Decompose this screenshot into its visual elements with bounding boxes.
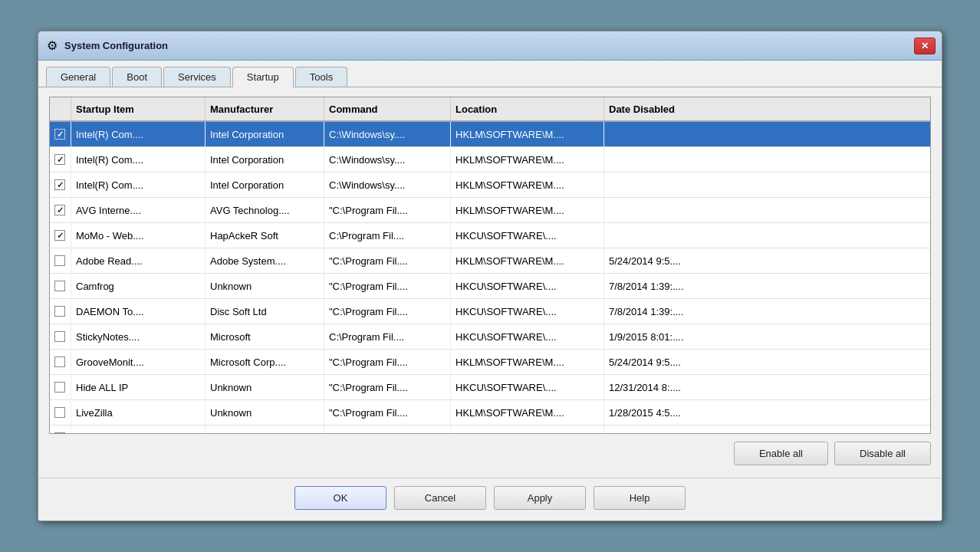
manufacturer-cell: Yahoo! Inc.	[206, 426, 324, 433]
app-icon: ⚙	[44, 38, 60, 54]
startup-table: Startup Item Manufacturer Command Locati…	[49, 97, 931, 434]
location-cell: HKCU\SOFTWARE\....	[451, 324, 604, 349]
manufacturer-cell: Unknown	[206, 375, 324, 399]
row-checkbox[interactable]	[54, 230, 65, 241]
table-row[interactable]: AVG Interne....AVG Technolog...."C:\Prog…	[50, 198, 930, 223]
row-checkbox[interactable]	[54, 407, 65, 418]
startup-item-cell: Intel(R) Com....	[71, 172, 206, 197]
command-cell: "C:\Program Fil....	[324, 299, 451, 324]
manufacturer-cell: Unknown	[206, 400, 324, 425]
tab-general[interactable]: General	[46, 67, 110, 87]
help-button[interactable]: Help	[594, 486, 686, 510]
date-cell: 12/31/2014 8:....	[604, 426, 930, 433]
col-manufacturer: Manufacturer	[206, 97, 324, 120]
manufacturer-cell: Disc Soft Ltd	[206, 299, 324, 324]
table-row[interactable]: Intel(R) Com....Intel CorporationC:\Wind…	[50, 172, 930, 198]
date-cell: 5/24/2014 9:5....	[604, 248, 930, 273]
command-cell: "C:\Program Fil....	[324, 248, 451, 273]
col-date-disabled: Date Disabled	[604, 97, 930, 120]
startup-item-cell: GrooveMonit....	[71, 350, 206, 374]
manufacturer-cell: Unknown	[206, 274, 324, 298]
table-header: Startup Item Manufacturer Command Locati…	[50, 97, 930, 122]
row-checkbox[interactable]	[54, 356, 65, 367]
cancel-button[interactable]: Cancel	[394, 486, 486, 510]
table-row[interactable]: Intel(R) Com....Intel CorporationC:\Wind…	[50, 122, 930, 147]
command-cell: C:\Windows\sy....	[324, 122, 451, 146]
row-checkbox[interactable]	[54, 382, 65, 393]
manufacturer-cell: AVG Technolog....	[206, 198, 324, 222]
window-title: System Configuration	[64, 40, 914, 51]
location-cell: HKLM\SOFTWARE\M....	[451, 122, 604, 146]
tab-startup[interactable]: Startup	[232, 67, 294, 87]
table-row[interactable]: Adobe Read....Adobe System...."C:\Progra…	[50, 248, 930, 274]
table-row[interactable]: Yahoo! Mess....Yahoo! Inc."C:\PROGRA....…	[50, 426, 930, 433]
startup-item-cell: Intel(R) Com....	[71, 147, 206, 172]
row-checkbox[interactable]	[54, 154, 65, 165]
table-row[interactable]: GrooveMonit....Microsoft Corp...."C:\Pro…	[50, 350, 930, 375]
apply-button[interactable]: Apply	[494, 486, 586, 510]
location-cell: HKLM\SOFTWARE\M....	[451, 172, 604, 197]
date-cell	[604, 122, 930, 146]
manufacturer-cell: Intel Corporation	[206, 172, 324, 197]
date-cell	[604, 198, 930, 222]
table-row[interactable]: StickyNotes....MicrosoftC:\Program Fil..…	[50, 324, 930, 350]
location-cell: HKLM\SOFTWARE\M....	[451, 198, 604, 222]
row-checkbox[interactable]	[54, 331, 65, 342]
manufacturer-cell: Intel Corporation	[206, 147, 324, 172]
table-row[interactable]: Intel(R) Com....Intel CorporationC:\Wind…	[50, 147, 930, 172]
location-cell: HKLM\SOFTWARE\M....	[451, 400, 604, 425]
table-row[interactable]: MoMo - Web....HapAckeR SoftC:\Program Fi…	[50, 223, 930, 248]
row-checkbox[interactable]	[54, 129, 65, 140]
enable-all-button[interactable]: Enable all	[734, 442, 828, 465]
table-row[interactable]: LiveZillaUnknown"C:\Program Fil....HKLM\…	[50, 400, 930, 426]
row-checkbox[interactable]	[54, 281, 65, 291]
row-checkbox[interactable]	[54, 306, 65, 317]
startup-item-cell: MoMo - Web....	[71, 223, 206, 248]
date-cell	[604, 223, 930, 248]
command-cell: C:\Program Fil....	[324, 223, 451, 248]
ok-button[interactable]: OK	[294, 486, 386, 510]
manufacturer-cell: Microsoft Corp....	[206, 350, 324, 374]
manufacturer-cell: Microsoft	[206, 324, 324, 349]
startup-item-cell: Yahoo! Mess....	[71, 426, 206, 433]
manufacturer-cell: Adobe System....	[206, 248, 324, 273]
startup-item-cell: Camfrog	[71, 274, 206, 298]
location-cell: HKCU\SOFTWARE\....	[451, 426, 604, 433]
date-cell: 5/24/2014 9:5....	[604, 350, 930, 374]
date-cell: 1/28/2015 4:5....	[604, 400, 930, 425]
startup-item-cell: Adobe Read....	[71, 248, 206, 273]
table-row[interactable]: Hide ALL IPUnknown"C:\Program Fil....HKC…	[50, 375, 930, 400]
tab-boot[interactable]: Boot	[112, 67, 162, 87]
col-startup-item: Startup Item	[71, 97, 206, 120]
location-cell: HKLM\SOFTWARE\M....	[451, 147, 604, 172]
startup-item-cell: DAEMON To....	[71, 299, 206, 324]
command-cell: C:\Windows\sy....	[324, 172, 451, 197]
date-cell	[604, 147, 930, 172]
row-checkbox[interactable]	[54, 179, 65, 190]
command-cell: "C:\Program Fil....	[324, 400, 451, 425]
location-cell: HKCU\SOFTWARE\....	[451, 274, 604, 298]
row-checkbox[interactable]	[54, 205, 65, 215]
row-checkbox[interactable]	[54, 432, 65, 433]
location-cell: HKLM\SOFTWARE\M....	[451, 248, 604, 273]
command-cell: "C:\Program Fil....	[324, 198, 451, 222]
disable-all-button[interactable]: Disable all	[834, 442, 931, 465]
command-cell: C:\Windows\sy....	[324, 147, 451, 172]
manufacturer-cell: Intel Corporation	[206, 122, 324, 146]
footer-buttons: OK Cancel Apply Help	[38, 478, 942, 521]
manufacturer-cell: HapAckeR Soft	[206, 223, 324, 248]
location-cell: HKCU\SOFTWARE\....	[451, 375, 604, 399]
tab-services[interactable]: Services	[163, 67, 231, 87]
tab-tools[interactable]: Tools	[295, 67, 347, 87]
startup-item-cell: AVG Interne....	[71, 198, 206, 222]
table-body[interactable]: Intel(R) Com....Intel CorporationC:\Wind…	[50, 122, 930, 433]
location-cell: HKLM\SOFTWARE\M....	[451, 350, 604, 374]
tab-content: Startup Item Manufacturer Command Locati…	[38, 87, 942, 478]
table-row[interactable]: CamfrogUnknown"C:\Program Fil....HKCU\SO…	[50, 274, 930, 299]
table-action-buttons: Enable all Disable all	[49, 434, 931, 468]
close-button[interactable]: ✕	[914, 38, 936, 54]
row-checkbox[interactable]	[54, 255, 65, 266]
date-cell: 12/31/2014 8:....	[604, 375, 930, 399]
date-cell	[604, 172, 930, 197]
table-row[interactable]: DAEMON To....Disc Soft Ltd"C:\Program Fi…	[50, 299, 930, 324]
